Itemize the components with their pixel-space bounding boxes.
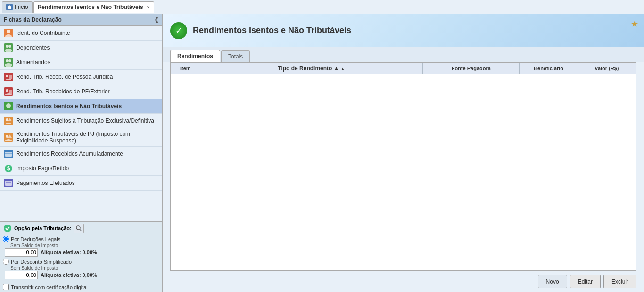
table-container: Item Tipo de Rendimento ▲ Fonte Pagadora… — [170, 62, 636, 271]
content-area: ✓ Rendimentos Isentos e Não Tributáveis … — [163, 14, 644, 292]
sidebar-label-rend-tributaveis: Rendimentos Tributáveis de PJ (Imposto c… — [16, 131, 158, 144]
header-check-icon: ✓ — [175, 25, 182, 36]
sidebar-item-rend-isentos[interactable]: Rendimentos Isentos e Não Tributáveis — [0, 99, 162, 114]
svg-point-38 — [76, 226, 80, 230]
col-header-item[interactable]: Item — [171, 63, 200, 74]
sidebar-icon-ident — [4, 28, 13, 38]
sidebar-icon-rend-pj — [4, 72, 13, 82]
radio-simplificado-label[interactable]: Por Desconto Simplificado — [11, 259, 72, 265]
tributacao-row: Opção pela Tributação: — [3, 224, 159, 233]
svg-point-12 — [8, 59, 11, 62]
tributacao-label: Opção pela Tributação: — [14, 225, 72, 231]
sidebar-item-rend-exclusiva[interactable]: Rendimentos Sujeitos à Tributação Exclus… — [0, 114, 162, 128]
col-tipo-label: Tipo de Rendimento — [278, 65, 332, 72]
editar-button[interactable]: Editar — [570, 275, 601, 288]
svg-point-4 — [7, 30, 10, 33]
sidebar-item-rend-acumulado[interactable]: Rendimentos Recebidos Acumuladamente — [0, 147, 162, 161]
sidebar-title: Fichas da Declaração — [4, 17, 62, 23]
content-header: ✓ Rendimentos Isentos e Não Tributáveis … — [163, 14, 644, 47]
novo-label: Novo — [546, 278, 559, 285]
novo-button[interactable]: Novo — [538, 275, 567, 288]
sidebar-bottom: Opção pela Tributação: Por Deduções Lega… — [0, 221, 162, 292]
sidebar-label-ident: Ident. do Contribuinte — [16, 30, 70, 36]
simplificado-aliquota-text: Alíquota efetiva: 0,00% — [41, 272, 97, 278]
radio-simplificado[interactable] — [3, 259, 9, 265]
sidebar-icon-rend-isentos — [4, 101, 13, 111]
svg-rect-35 — [6, 182, 11, 183]
sidebar-label-rend-pj: Rend. Trib. Receb. de Pessoa Jurídica — [16, 74, 113, 80]
sidebar-label-imposto: Imposto Pago/Retido — [16, 165, 69, 172]
sidebar-label-rend-isentos: Rendimentos Isentos e Não Tributáveis — [16, 103, 122, 109]
sidebar-label-pagamentos: Pagamentos Efetuados — [16, 180, 75, 186]
header-star-icon[interactable]: ★ — [631, 19, 638, 29]
col-header-fonte[interactable]: Fonte Pagadora — [423, 63, 520, 74]
tab-rendimentos[interactable]: Rendimentos Isentos e Não Tributáveis × — [33, 1, 154, 13]
sidebar-item-ident[interactable]: Ident. do Contribuinte — [0, 26, 162, 41]
svg-point-21 — [6, 103, 11, 108]
svg-rect-34 — [5, 181, 12, 186]
svg-point-15 — [6, 75, 8, 77]
radio-simplificado-row: Por Desconto Simplificado — [3, 259, 159, 265]
action-bar: Novo Editar Excluir — [163, 271, 644, 292]
radio-deducoes-row: Por Deduções Legais — [3, 236, 159, 242]
svg-rect-29 — [5, 152, 12, 157]
sidebar-icon-imposto: $ — [4, 164, 13, 173]
content-tab-rendimentos-label: Rendimentos — [177, 53, 213, 59]
deducoes-saldo-label: Sem Saldo de Imposto — [10, 243, 159, 248]
sidebar-item-imposto[interactable]: $ Imposto Pago/Retido — [0, 161, 162, 176]
radio-deducoes[interactable] — [3, 236, 9, 242]
content-tab-totais[interactable]: Totais — [221, 50, 250, 62]
col-header-beneficiario[interactable]: Beneficiário — [520, 63, 578, 74]
sidebar-item-pagamentos[interactable]: Pagamentos Efetuados — [0, 176, 162, 191]
svg-rect-36 — [6, 184, 9, 184]
tributacao-icon — [3, 224, 12, 233]
svg-point-37 — [4, 225, 11, 232]
svg-point-8 — [8, 45, 11, 48]
excluir-button[interactable]: Excluir — [603, 275, 636, 288]
content-tab-totais-label: Totais — [228, 53, 243, 60]
col-header-valor[interactable]: Valor (R$) — [578, 63, 636, 74]
simplificado-saldo-label: Sem Saldo de Imposto — [10, 266, 159, 271]
sidebar-icon-rend-tributaveis — [4, 133, 13, 142]
tab-inicio-label: Início — [15, 4, 28, 10]
transmitir-label[interactable]: Transmitir com certificação digital — [11, 284, 88, 290]
svg-line-39 — [80, 229, 81, 231]
sidebar-list: Ident. do Contribuinte Dependentes — [0, 26, 162, 221]
transmitir-checkbox[interactable] — [3, 284, 9, 290]
tributacao-search-btn[interactable] — [74, 224, 84, 233]
simplificado-value-input[interactable] — [5, 271, 38, 279]
sidebar-item-dependentes[interactable]: Dependentes — [0, 41, 162, 55]
svg-point-7 — [6, 45, 8, 48]
sort-asc-icon: ▲ — [334, 65, 339, 72]
sidebar-label-rend-pf: Rend. Trib. Recebidos de PF/Exterior — [16, 88, 110, 95]
sidebar-icon-rend-exclusiva — [4, 116, 13, 125]
tab-rendimentos-close[interactable]: × — [147, 5, 150, 10]
sidebar-item-rend-tributaveis[interactable]: Rendimentos Tributáveis de PJ (Imposto c… — [0, 128, 162, 147]
tab-bar: Início Rendimentos Isentos e Não Tributá… — [0, 0, 644, 14]
excluir-label: Excluir — [611, 278, 628, 285]
tab-inicio[interactable]: Início — [2, 1, 33, 13]
sidebar-label-rend-acumulado: Rendimentos Recebidos Acumuladamente — [16, 150, 123, 157]
sidebar-collapse-btn[interactable]: ⟪ — [155, 16, 158, 24]
sidebar: Fichas da Declaração ⟪ Ident. do Contrib… — [0, 14, 163, 292]
sidebar-item-alimentandos[interactable]: Alimentandos — [0, 55, 162, 70]
content-tab-rendimentos[interactable]: Rendimentos — [170, 50, 220, 62]
content-header-title: Rendimentos Isentos e Não Tributáveis — [193, 25, 351, 35]
sidebar-item-rend-pf[interactable]: Rend. Trib. Recebidos de PF/Exterior — [0, 84, 162, 99]
sidebar-item-rend-pj[interactable]: Rend. Trib. Receb. de Pessoa Jurídica — [0, 70, 162, 84]
svg-text:$: $ — [7, 165, 10, 172]
sidebar-icon-alimentandos — [4, 58, 13, 67]
sidebar-label-rend-exclusiva: Rendimentos Sujeitos à Tributação Exclus… — [16, 117, 154, 124]
editar-label: Editar — [578, 278, 593, 285]
simplificado-aliquota-row: Alíquota efetiva: 0,00% — [5, 271, 159, 279]
svg-point-18 — [6, 89, 8, 92]
svg-rect-19 — [9, 90, 12, 94]
svg-point-26 — [6, 135, 8, 138]
header-icon: ✓ — [170, 22, 187, 39]
col-header-tipo[interactable]: Tipo de Rendimento ▲ — [200, 63, 422, 74]
deducoes-value-input[interactable] — [5, 248, 38, 257]
sidebar-label-dependentes: Dependentes — [16, 44, 50, 51]
radio-deducoes-label[interactable]: Por Deduções Legais — [11, 236, 60, 242]
table-header-row: Item Tipo de Rendimento ▲ Fonte Pagadora… — [171, 63, 636, 74]
radio-group: Por Deduções Legais Sem Saldo de Imposto… — [3, 235, 159, 282]
